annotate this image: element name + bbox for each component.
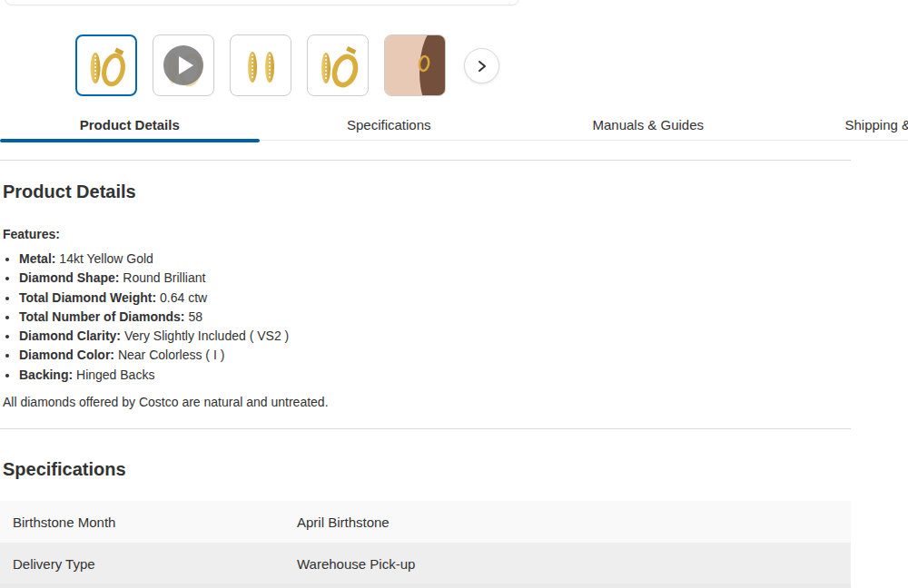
tab-label: Manuals & Guides — [592, 117, 704, 132]
feature-item: Diamond Clarity: Very Slightly Included … — [19, 327, 329, 346]
feature-item: Total Number of Diamonds: 58 — [19, 308, 329, 327]
gallery-next-button[interactable] — [464, 48, 499, 83]
section-tab[interactable]: Specifications — [260, 110, 519, 140]
feature-value: 14kt Yellow Gold — [59, 251, 153, 266]
play-overlay — [153, 35, 213, 95]
thumbnail-strip — [75, 34, 446, 96]
feature-label: Diamond Color: — [19, 348, 114, 362]
feature-item: Diamond Shape: Round Brilliant — [19, 269, 329, 288]
feature-label: Diamond Clarity: — [19, 328, 121, 343]
feature-label: Total Diamond Weight: — [19, 290, 156, 305]
section-tab[interactable]: Product Details — [0, 110, 260, 140]
tab-label: Shipping & — [845, 117, 908, 132]
spec-value: Warehouse Pick-up — [297, 556, 415, 572]
gold-hoop-earrings-icon — [311, 38, 365, 93]
spec-name: Birthstone Month — [0, 514, 297, 530]
spec-value: April Birthstone — [297, 514, 390, 530]
chevron-right-icon — [476, 60, 489, 73]
spec-name: Delivery Type — [0, 556, 297, 572]
section-tab[interactable]: Manuals & Guides — [518, 110, 778, 140]
thumbnail-2-video[interactable] — [153, 34, 214, 96]
feature-item: Metal: 14kt Yellow Gold — [19, 250, 329, 269]
table-row: Delivery Type Warehouse Pick-up — [0, 543, 851, 584]
thumbnail-5-model[interactable] — [384, 34, 446, 96]
section-tab-bar: Product Details Specifications Manuals &… — [0, 110, 908, 141]
model-photo — [385, 35, 445, 95]
feature-label: Backing: — [19, 368, 73, 382]
feature-value: Very Slightly Included ( VS2 ) — [124, 328, 289, 343]
table-row: Birthstone Month April Birthstone — [0, 501, 851, 543]
tab-label: Product Details — [80, 117, 180, 132]
features-list: Metal: 14kt Yellow Gold Diamond Shape: R… — [3, 250, 329, 385]
diamond-note: All diamonds offered by Costco are natur… — [3, 393, 329, 412]
divider — [0, 428, 851, 429]
feature-value: Hinged Backs — [76, 368, 154, 382]
product-details-heading: Product Details — [3, 181, 136, 202]
features-block: Features: Metal: 14kt Yellow Gold Diamon… — [3, 225, 329, 412]
feature-item: Total Diamond Weight: 0.64 ctw — [19, 289, 329, 308]
feature-value: 0.64 ctw — [160, 290, 207, 305]
feature-label: Total Number of Diamonds: — [19, 309, 185, 324]
feature-label: Diamond Shape: — [19, 270, 119, 285]
feature-value: Round Brilliant — [123, 270, 205, 285]
gold-hoop-on-ear-icon — [416, 54, 432, 74]
feature-value: 58 — [188, 309, 202, 324]
table-row-partial — [0, 583, 851, 588]
specifications-heading: Specifications — [3, 459, 126, 480]
feature-value: Near Colorless ( I ) — [118, 348, 224, 362]
play-icon — [163, 45, 203, 85]
section-tab[interactable]: Shipping & — [778, 110, 908, 140]
features-label: Features: — [3, 225, 329, 244]
thumbnail-3-earrings-pair[interactable] — [230, 34, 291, 96]
specifications-table: Birthstone Month April Birthstone Delive… — [0, 501, 851, 584]
feature-item: Backing: Hinged Backs — [19, 366, 329, 385]
main-image-box-bottom-edge — [5, 0, 519, 5]
tab-label: Specifications — [347, 117, 431, 132]
feature-label: Metal: — [19, 251, 55, 266]
gold-hoop-earrings-icon — [79, 38, 133, 93]
gold-earrings-pair-icon — [233, 38, 288, 93]
divider — [0, 160, 851, 161]
thumbnail-1-earrings-front[interactable] — [75, 34, 137, 96]
thumbnail-4-earrings-angle[interactable] — [307, 34, 369, 96]
feature-item: Diamond Color: Near Colorless ( I ) — [19, 346, 329, 365]
